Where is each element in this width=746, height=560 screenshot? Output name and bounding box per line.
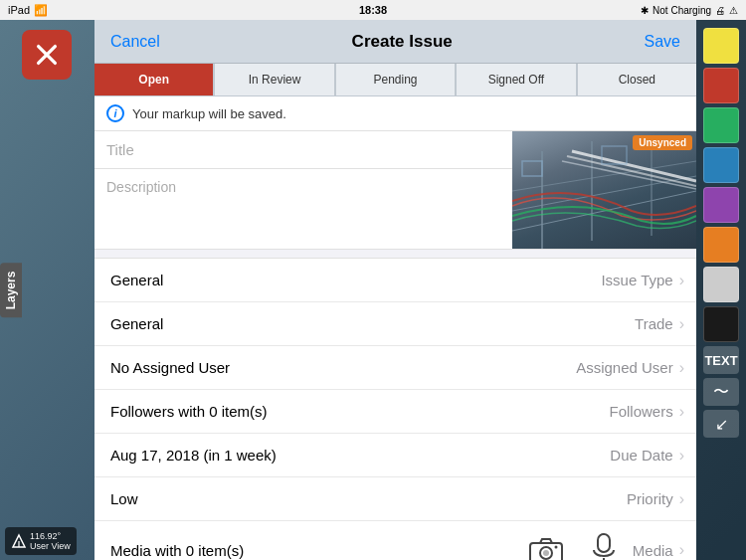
battery-status: Not Charging — [653, 5, 711, 16]
camera-icon-button[interactable] — [525, 529, 567, 560]
user-view: 116.92°User View — [5, 527, 77, 555]
title-input[interactable] — [94, 131, 512, 169]
user-view-label: 116.92°User View — [30, 531, 71, 551]
issue-type-row[interactable]: General Issue Type › — [94, 259, 696, 302]
svg-rect-19 — [598, 534, 610, 552]
print-icon: 🖨 — [715, 5, 725, 16]
color-blue[interactable] — [703, 147, 739, 183]
chevron-icon: › — [679, 315, 684, 333]
due-date-right: Due Date › — [610, 447, 684, 465]
create-issue-modal: Cancel Create Issue Save Open In Review … — [94, 20, 696, 560]
media-row[interactable]: Media with 0 item(s) — [94, 521, 696, 560]
microphone-icon-button[interactable] — [583, 529, 625, 560]
tab-signedoff[interactable]: Signed Off — [456, 64, 576, 95]
media-left: Media with 0 item(s) — [110, 542, 525, 559]
due-date-left: Aug 17, 2018 (in 1 week) — [110, 447, 610, 464]
issue-type-right: Issue Type › — [601, 272, 684, 289]
main-list-section: General Issue Type › General Trade › No … — [94, 258, 696, 560]
trade-row[interactable]: General Trade › — [94, 302, 696, 346]
assigned-user-row[interactable]: No Assigned User Assigned User › — [94, 346, 696, 390]
cancel-button[interactable]: Cancel — [110, 33, 160, 51]
color-orange[interactable] — [703, 227, 739, 263]
form-fields — [94, 131, 512, 249]
status-right: ✱ Not Charging 🖨 ⚠ — [641, 5, 738, 16]
svg-line-11 — [567, 156, 696, 186]
svg-line-4 — [512, 191, 696, 231]
svg-point-18 — [554, 546, 557, 549]
color-gray[interactable] — [703, 267, 739, 302]
followers-right: Followers › — [609, 403, 684, 421]
due-date-row[interactable]: Aug 17, 2018 (in 1 week) Due Date › — [94, 434, 696, 477]
tab-open[interactable]: Open — [94, 64, 214, 95]
bluetooth-icon: ✱ — [641, 5, 649, 16]
info-message: Your markup will be saved. — [132, 106, 286, 121]
wavy-tool-button[interactable]: 〜 — [703, 378, 739, 406]
status-left: iPad 📶 — [8, 4, 48, 17]
priority-left: Low — [110, 490, 627, 507]
assigned-user-left: No Assigned User — [110, 359, 576, 376]
save-button[interactable]: Save — [645, 33, 680, 51]
right-toolbar: TEXT 〜 ↙ — [696, 20, 746, 560]
trade-right: Trade › — [635, 315, 684, 333]
assigned-user-right: Assigned User › — [576, 359, 684, 377]
unsynced-badge: Unsynced — [633, 135, 692, 150]
content-area[interactable]: i Your markup will be saved. — [94, 96, 696, 560]
chevron-icon: › — [679, 447, 684, 465]
warning-icon: ⚠ — [729, 5, 738, 16]
followers-row[interactable]: Followers with 0 item(s) Followers › — [94, 390, 696, 434]
ipad-label: iPad — [8, 4, 30, 16]
text-tool-button[interactable]: TEXT — [703, 346, 739, 374]
status-tabs: Open In Review Pending Signed Off Closed — [94, 64, 696, 96]
svg-point-17 — [543, 550, 549, 556]
preview-inner: Unsynced — [512, 131, 696, 249]
issue-type-left: General — [110, 272, 601, 288]
chevron-icon: › — [679, 359, 684, 377]
modal-title: Create Issue — [352, 32, 453, 52]
priority-right: Priority › — [627, 490, 684, 508]
color-red[interactable] — [703, 68, 739, 103]
chevron-icon: › — [679, 541, 684, 559]
status-bar: iPad 📶 18:38 ✱ Not Charging 🖨 ⚠ — [0, 0, 746, 20]
color-yellow[interactable] — [703, 28, 739, 64]
tab-inreview[interactable]: In Review — [214, 64, 334, 95]
arrow-tool-button[interactable]: ↙ — [703, 410, 739, 438]
priority-row[interactable]: Low Priority › — [94, 477, 696, 521]
left-sidebar: Layers 116.92°User View — [0, 20, 94, 560]
followers-left: Followers with 0 item(s) — [110, 403, 609, 420]
chevron-icon: › — [679, 403, 684, 421]
info-banner: i Your markup will be saved. — [94, 96, 696, 131]
media-icons — [525, 529, 625, 560]
color-purple[interactable] — [703, 187, 739, 223]
nav-bar: Cancel Create Issue Save — [94, 20, 696, 64]
layers-tab[interactable]: Layers — [0, 263, 22, 317]
color-green[interactable] — [703, 107, 739, 143]
tab-closed[interactable]: Closed — [577, 64, 696, 95]
status-time: 18:38 — [359, 4, 387, 16]
image-preview: Unsynced — [512, 131, 696, 249]
color-black[interactable] — [703, 306, 739, 342]
trade-left: General — [110, 315, 635, 332]
description-input[interactable] — [94, 169, 512, 249]
chevron-icon: › — [679, 272, 684, 289]
wifi-icon: 📶 — [34, 4, 48, 17]
top-form: Unsynced — [94, 131, 696, 250]
chevron-icon: › — [679, 490, 684, 508]
info-icon: i — [106, 104, 124, 122]
tab-pending[interactable]: Pending — [335, 64, 456, 95]
media-right: Media › — [633, 541, 684, 559]
svg-rect-13 — [522, 161, 542, 176]
close-button[interactable] — [22, 30, 72, 80]
